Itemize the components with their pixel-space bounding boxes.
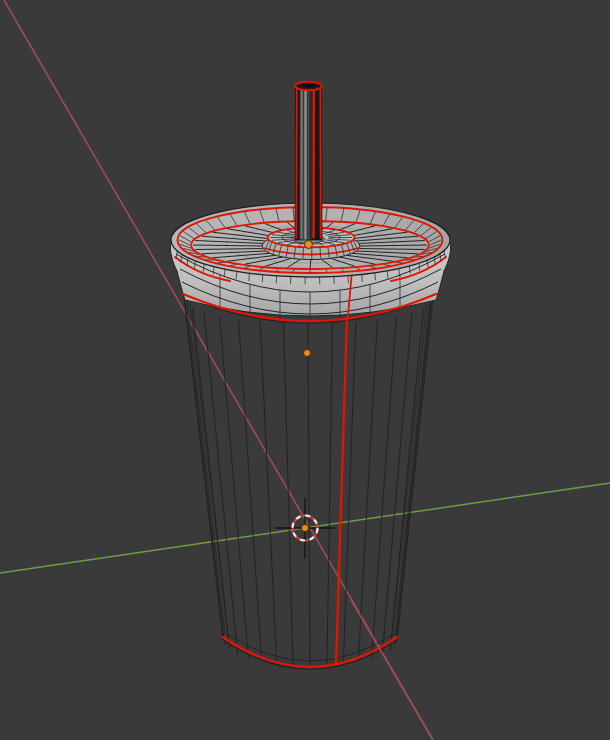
straw[interactable] [295,82,322,240]
origin-dot-holder[interactable] [305,241,313,249]
viewport-canvas[interactable] [0,0,610,740]
wire-line [362,274,363,282]
viewport-3d[interactable] [0,0,610,740]
cursor-center-dot [302,525,309,532]
straw-top-inner [300,84,317,89]
wire-line [262,274,263,282]
origin-dot-body[interactable] [304,350,311,357]
